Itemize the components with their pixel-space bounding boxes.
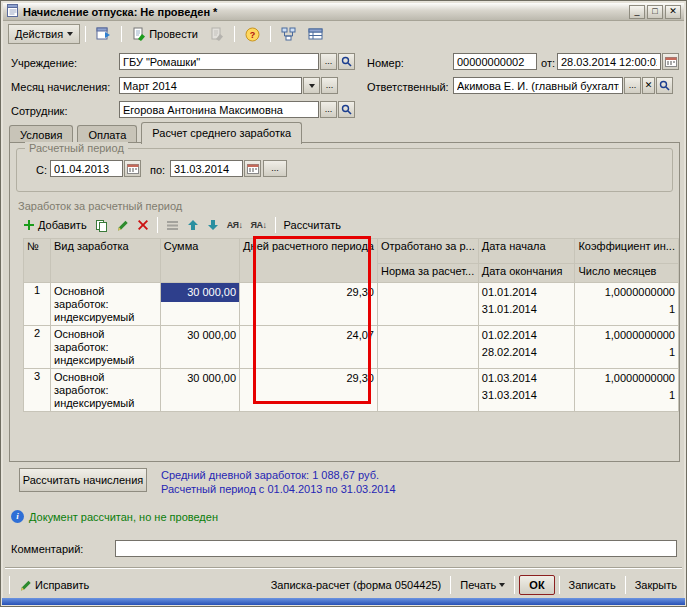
toolbar-separator — [625, 576, 626, 594]
responsible-clear-button[interactable]: ✕ — [642, 77, 655, 94]
cell-days[interactable]: 24,07 — [240, 326, 378, 369]
column-header-type[interactable]: Вид заработка — [50, 239, 160, 283]
document-structure-icon[interactable] — [276, 24, 301, 44]
post-button[interactable]: Провести — [127, 24, 203, 44]
sort-descending-icon[interactable]: ЯА↓ — [248, 216, 270, 234]
sort-ascending-icon[interactable]: АЯ↓ — [224, 216, 246, 234]
actions-label: Действия — [15, 28, 63, 40]
institution-lookup-button[interactable] — [338, 53, 355, 70]
cell-dates[interactable]: 01.02.201428.02.2014 — [478, 326, 575, 369]
cell-days[interactable]: 29,30 — [240, 369, 378, 412]
close-document-button[interactable]: Закрыть — [630, 575, 682, 595]
institution-input[interactable] — [119, 53, 319, 70]
document-status: i Документ рассчитан, но не проведен — [11, 510, 218, 523]
cell-type[interactable]: Основной заработок: индексируемый — [50, 326, 160, 369]
comment-input[interactable] — [115, 540, 677, 557]
period-to-input[interactable] — [170, 160, 243, 177]
save-button[interactable]: Записать — [564, 575, 621, 595]
column-header-date-start[interactable]: Дата начала — [478, 239, 575, 264]
column-header-sum[interactable]: Сумма — [160, 239, 239, 283]
column-header-worked[interactable]: Отработано за р... — [377, 239, 478, 264]
period-more-field: ... — [263, 160, 287, 177]
footer-divider — [5, 567, 682, 569]
cell-num[interactable]: 1 — [24, 283, 51, 326]
column-header-norm[interactable]: Норма за расчет... — [377, 264, 478, 283]
close-button[interactable]: ✕ — [665, 5, 681, 19]
document-movements-icon[interactable] — [303, 24, 328, 44]
toolbar-separator — [270, 26, 271, 42]
employee-label: Сотрудник: — [11, 105, 68, 117]
period-from-calendar-button[interactable] — [124, 160, 141, 177]
cell-worked[interactable] — [377, 326, 478, 369]
cell-days[interactable]: 29,30 — [240, 283, 378, 326]
cell-num[interactable]: 2 — [24, 326, 51, 369]
delete-row-icon[interactable] — [134, 216, 152, 234]
plus-icon — [23, 219, 35, 231]
reorder-rows-icon[interactable] — [163, 216, 182, 234]
month-dropdown-button[interactable] — [303, 77, 320, 94]
date-calendar-button[interactable] — [662, 53, 679, 70]
cell-sum[interactable]: 30 000,00 — [160, 283, 239, 326]
column-header-days[interactable]: Дней расчетного периода — [240, 239, 378, 283]
employee-input[interactable] — [119, 101, 319, 118]
institution-select-button[interactable]: ... — [320, 53, 337, 70]
cell-type[interactable]: Основной заработок: индексируемый — [50, 369, 160, 412]
calendar-icon — [127, 163, 139, 174]
column-header-coeff[interactable]: Коэффициент ин... — [575, 239, 679, 264]
responsible-select-button[interactable]: ... — [624, 77, 641, 94]
column-header-date-end[interactable]: Дата окончания — [478, 264, 575, 283]
move-up-icon[interactable] — [184, 216, 202, 234]
column-header-num[interactable]: № — [24, 239, 51, 283]
employee-select-button[interactable]: ... — [320, 101, 337, 118]
ok-button[interactable]: ОК — [519, 575, 554, 595]
minimize-button[interactable]: _ — [629, 5, 645, 19]
responsible-input[interactable] — [453, 77, 623, 94]
recalculate-rows-button[interactable]: Рассчитать — [281, 216, 344, 234]
add-row-button[interactable]: Добавить — [20, 216, 90, 234]
post-label: Провести — [149, 28, 198, 40]
toolbar-separator — [157, 217, 158, 233]
cell-worked[interactable] — [377, 369, 478, 412]
number-input[interactable] — [453, 53, 537, 70]
institution-field: ... — [119, 53, 355, 70]
print-button[interactable]: Печать — [455, 575, 510, 595]
period-select-button[interactable]: ... — [263, 160, 287, 177]
cell-sum[interactable]: 30 000,00 — [160, 369, 239, 412]
post-and-close-icon[interactable] — [205, 24, 229, 44]
move-down-icon[interactable] — [204, 216, 222, 234]
date-input[interactable] — [557, 53, 661, 70]
month-select-button[interactable]: ... — [321, 77, 338, 94]
column-header-months[interactable]: Число месяцев — [575, 264, 679, 283]
table-row: 1 Основной заработок: индексируемый 30 0… — [24, 283, 679, 326]
period-to-calendar-button[interactable] — [244, 160, 261, 177]
cell-coeff[interactable]: 1,00000000001 — [575, 326, 679, 369]
actions-button[interactable]: Действия — [8, 24, 80, 44]
titlebar[interactable]: Начисление отпуска: Не проведен * _ □ ✕ — [3, 3, 684, 21]
cell-num[interactable]: 3 — [24, 369, 51, 412]
cell-type[interactable]: Основной заработок: индексируемый — [50, 283, 160, 326]
month-input[interactable] — [119, 77, 302, 94]
responsible-lookup-button[interactable] — [656, 77, 673, 94]
cell-coeff[interactable]: 1,00000000001 — [575, 283, 679, 326]
earnings-toolbar: Добавить АЯ↓ — [20, 215, 344, 235]
maximize-button[interactable]: □ — [647, 5, 663, 19]
note-calculation-button[interactable]: Записка-расчет (форма 0504425) — [266, 575, 447, 595]
employee-lookup-button[interactable] — [338, 101, 355, 118]
recalculate-label: Рассчитать — [284, 219, 341, 231]
table-row: 3 Основной заработок: индексируемый 30 0… — [24, 369, 679, 412]
cell-worked[interactable] — [377, 283, 478, 326]
copy-row-icon[interactable] — [92, 216, 111, 234]
cell-sum[interactable]: 30 000,00 — [160, 326, 239, 369]
help-button[interactable]: ? — [240, 24, 265, 44]
document-icon — [6, 4, 19, 19]
cell-coeff[interactable]: 1,00000000001 — [575, 369, 679, 412]
tab-average-earnings[interactable]: Расчет среднего заработка — [141, 122, 302, 144]
calculate-accruals-button[interactable]: Рассчитать начисления — [19, 468, 147, 492]
month-label: Месяц начисления: — [11, 81, 110, 93]
cell-dates[interactable]: 01.01.201431.01.2014 — [478, 283, 575, 326]
output-list-icon[interactable] — [91, 24, 116, 44]
cell-dates[interactable]: 01.03.201431.03.2014 — [478, 369, 575, 412]
edit-row-icon[interactable] — [113, 216, 132, 234]
period-from-input[interactable] — [50, 160, 123, 177]
fix-document-button[interactable]: Исправить — [14, 575, 94, 595]
